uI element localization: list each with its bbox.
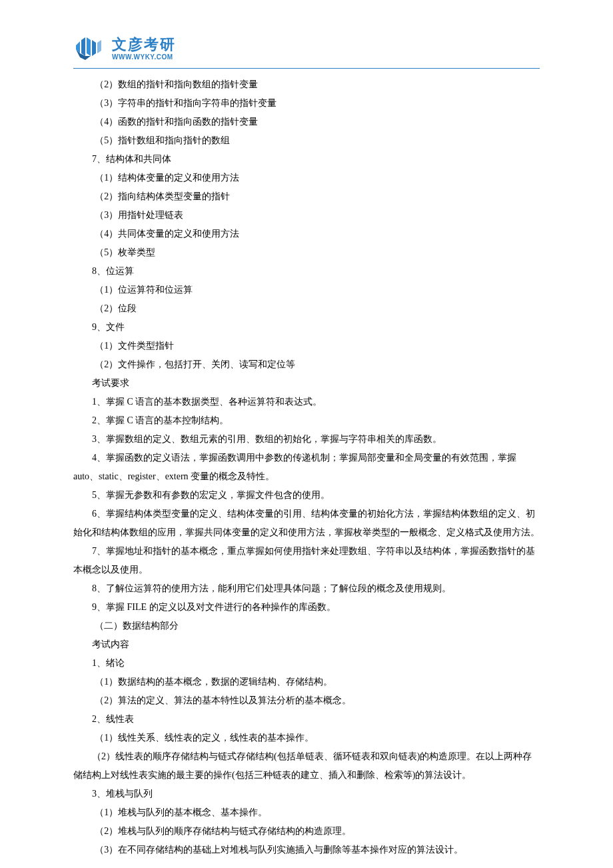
body-line: 3、堆栈与队列 [73, 785, 540, 803]
svg-marker-2 [87, 37, 91, 56]
body-line: （4）函数的指针和指向函数的指针变量 [73, 113, 540, 131]
svg-marker-3 [92, 40, 96, 56]
svg-marker-1 [81, 37, 85, 56]
body-line: 4、掌握函数的定义语法，掌握函数调用中参数的传递机制；掌握局部变量和全局变量的有… [73, 449, 540, 486]
body-line: 考试要求 [73, 374, 540, 393]
body-line: 9、文件 [73, 318, 540, 337]
page: 文彦考研 WWW.WYKY.COM （2）数组的指针和指向数组的指针变量（3）字… [0, 0, 613, 868]
logo-text-block: 文彦考研 WWW.WYKY.COM [112, 37, 176, 60]
body-line: （3）在不同存储结构的基础上对堆栈与队列实施插入与删除等基本操作对应的算法设计。 [73, 841, 540, 859]
body-line: 7、结构体和共同体 [73, 150, 540, 169]
body-line: 3、掌握数组的定义、数组元素的引用、数组的初始化，掌握与字符串相关的库函数。 [73, 430, 540, 449]
body-line: （2）数组的指针和指向数组的指针变量 [73, 75, 540, 94]
document-body: （2）数组的指针和指向数组的指针变量（3）字符串的指针和指向字符串的指针变量（4… [73, 75, 540, 859]
logo-icon [73, 33, 108, 64]
body-line: 5、掌握无参数和有参数的宏定义，掌握文件包含的使用。 [73, 486, 540, 505]
body-line: （3）字符串的指针和指向字符串的指针变量 [73, 94, 540, 113]
body-line: （1）文件类型指针 [73, 337, 540, 355]
body-line: （1）线性关系、线性表的定义，线性表的基本操作。 [73, 729, 540, 747]
body-line: 1、绪论 [73, 654, 540, 673]
logo-en: WWW.WYKY.COM [112, 54, 176, 61]
body-line: 8、了解位运算符的使用方法，能利用它们处理具体问题；了解位段的概念及使用规则。 [73, 579, 540, 598]
body-line: （3）用指针处理链表 [73, 206, 540, 225]
body-line: （1）位运算符和位运算 [73, 281, 540, 299]
body-line: （2）位段 [73, 299, 540, 318]
body-line: （1）数据结构的基本概念，数据的逻辑结构、存储结构。 [73, 673, 540, 691]
body-line: 6、掌握结构体类型变量的定义、结构体变量的引用、结构体变量的初始化方法，掌握结构… [73, 505, 540, 542]
body-line: 1、掌握 C 语言的基本数据类型、各种运算符和表达式。 [73, 393, 540, 411]
body-line: （2）堆栈与队列的顺序存储结构与链式存储结构的构造原理。 [73, 822, 540, 841]
body-line: （1）堆栈与队列的基本概念、基本操作。 [73, 803, 540, 822]
header-divider [73, 68, 540, 69]
svg-marker-4 [97, 40, 101, 53]
body-line: （2）算法的定义、算法的基本特性以及算法分析的基本概念。 [73, 691, 540, 710]
body-line: （2）文件操作，包括打开、关闭、读写和定位等 [73, 355, 540, 374]
body-line: （5）枚举类型 [73, 243, 540, 262]
body-line: 9、掌握 FILE 的定义以及对文件进行的各种操作的库函数。 [73, 598, 540, 617]
body-line: 考试内容 [73, 635, 540, 654]
body-line: （2）指向结构体类型变量的指针 [73, 187, 540, 206]
logo-cn: 文彦考研 [112, 37, 176, 53]
body-line: （二）数据结构部分 [73, 617, 540, 635]
body-line: （2）线性表的顺序存储结构与链式存储结构(包括单链表、循环链表和双向链表)的构造… [73, 747, 540, 785]
body-line: 7、掌握地址和指针的基本概念，重点掌握如何使用指针来处理数组、字符串以及结构体，… [73, 542, 540, 579]
logo-area: 文彦考研 WWW.WYKY.COM [73, 33, 540, 64]
body-line: （1）结构体变量的定义和使用方法 [73, 169, 540, 187]
body-line: 2、掌握 C 语言的基本控制结构。 [73, 411, 540, 430]
body-line: （4）共同体变量的定义和使用方法 [73, 225, 540, 243]
body-line: 8、位运算 [73, 262, 540, 281]
body-line: 2、线性表 [73, 710, 540, 729]
body-line: （5）指针数组和指向指针的数组 [73, 131, 540, 150]
